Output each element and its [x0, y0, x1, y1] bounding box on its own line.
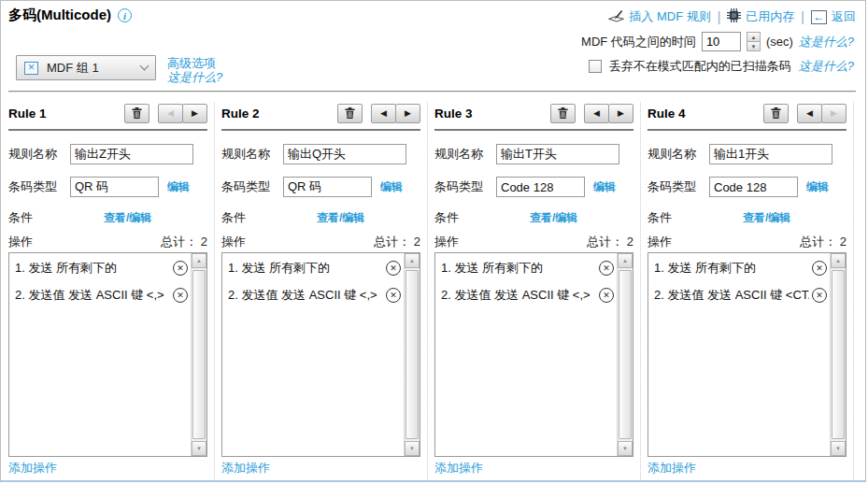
delete-rule-button[interactable] — [550, 104, 576, 123]
operation-item[interactable]: 2. 发送值 发送 ASCII 键 <,> ✕ — [15, 287, 188, 304]
operation-text: 2. 发送值 发送 ASCII 键 <,> — [228, 287, 383, 304]
remove-operation-icon[interactable]: ✕ — [386, 261, 401, 276]
add-operation-link[interactable]: 添加操作 — [647, 460, 696, 477]
code-type-input[interactable] — [709, 177, 798, 197]
delete-rule-button[interactable] — [763, 104, 789, 123]
scrollbar-thumb[interactable] — [832, 270, 845, 439]
remove-operation-icon[interactable]: ✕ — [599, 288, 614, 303]
remove-operation-icon[interactable]: ✕ — [173, 288, 188, 303]
scroll-down-icon[interactable]: ▼ — [192, 441, 206, 456]
operation-item[interactable]: 1. 发送 所有剩下的 ✕ — [228, 260, 401, 277]
group-help-link[interactable]: 这是什么? — [167, 70, 222, 84]
rule-divider — [434, 129, 633, 131]
scroll-up-icon[interactable]: ▲ — [405, 253, 420, 268]
time-help-link[interactable]: 这是什么? — [799, 34, 854, 50]
scrollbar[interactable]: ▲ ▼ — [617, 253, 633, 456]
rule-name-input[interactable] — [70, 144, 193, 164]
chevron-down-icon — [140, 62, 149, 71]
move-rule-right-button[interactable]: ▶ — [395, 104, 420, 123]
move-rule-left-button[interactable]: ◀ — [797, 104, 822, 123]
add-operation-link[interactable]: 添加操作 — [8, 460, 57, 477]
operation-label: 操作 — [647, 234, 672, 250]
rule-name-input[interactable] — [283, 144, 406, 164]
view-edit-condition-link[interactable]: 查看/编辑 — [530, 210, 577, 226]
scrollbar[interactable]: ▲ ▼ — [191, 253, 206, 456]
operation-text: 1. 发送 所有剩下的 — [441, 260, 596, 277]
back-arrow-icon: ← — [811, 10, 827, 24]
remove-operation-icon[interactable]: ✕ — [599, 261, 614, 276]
arrow-right-icon: ▶ — [831, 109, 837, 118]
scroll-down-icon[interactable]: ▼ — [831, 441, 846, 456]
add-operation-link[interactable]: 添加操作 — [221, 460, 270, 477]
operation-item[interactable]: 2. 发送值 发送 ASCII 键 <,> ✕ — [441, 287, 614, 304]
operation-list: 1. 发送 所有剩下的 ✕ 2. 发送值 发送 ASCII 键 <,> ✕ ▲ … — [221, 252, 420, 457]
discard-checkbox[interactable] — [589, 60, 602, 73]
operation-total: 总计： 2 — [800, 234, 847, 250]
scrollbar-thumb[interactable] — [406, 270, 419, 439]
time-between-codes-input[interactable] — [702, 32, 741, 51]
rule-name-input[interactable] — [496, 144, 619, 164]
code-type-input[interactable] — [283, 177, 372, 197]
edit-code-type-link[interactable]: 编辑 — [380, 179, 403, 195]
operation-label: 操作 — [221, 234, 246, 250]
operation-item[interactable]: 1. 发送 所有剩下的 ✕ — [654, 260, 827, 277]
edit-code-type-link[interactable]: 编辑 — [806, 179, 829, 195]
rule-name-input[interactable] — [709, 144, 832, 164]
arrow-left-icon: ◀ — [806, 109, 813, 118]
edit-code-type-link[interactable]: 编辑 — [593, 179, 616, 195]
delete-rule-button[interactable] — [124, 104, 149, 123]
insert-mdf-rule-link[interactable]: 插入 MDF 规则 — [608, 8, 710, 25]
scroll-up-icon[interactable]: ▲ — [618, 253, 633, 268]
remove-operation-icon[interactable]: ✕ — [173, 261, 188, 276]
time-unit-label: (sec) — [766, 35, 793, 49]
rules-area: Rule 1 ◀ ▶ 规则名称 条码类型 编辑 条件 查看/编辑 — [1, 93, 865, 482]
view-edit-condition-link[interactable]: 查看/编辑 — [104, 210, 151, 226]
mdf-group-select[interactable]: ✕ MDF 组 1 — [16, 55, 156, 80]
scrollbar-thumb[interactable] — [619, 270, 632, 439]
move-rule-right-button[interactable]: ▶ — [608, 104, 633, 123]
rule-column-2: Rule 2 ◀ ▶ 规则名称 条码类型 编辑 条件 查看/编辑 — [221, 102, 428, 482]
edit-code-type-link[interactable]: 编辑 — [167, 179, 190, 195]
scroll-down-icon[interactable]: ▼ — [618, 441, 633, 456]
scroll-up-icon[interactable]: ▲ — [192, 253, 206, 268]
view-edit-condition-link[interactable]: 查看/编辑 — [317, 210, 364, 226]
move-rule-left-button[interactable]: ◀ — [158, 104, 183, 123]
operation-item[interactable]: 2. 发送值 发送 ASCII 键 <,> ✕ — [228, 287, 401, 304]
code-type-input[interactable] — [496, 177, 585, 197]
scrollbar-thumb[interactable] — [192, 270, 206, 439]
advanced-options-link[interactable]: 高级选项 — [167, 56, 222, 70]
time-stepper[interactable]: ▲ ▼ — [747, 32, 761, 51]
remove-operation-icon[interactable]: ✕ — [812, 261, 827, 276]
stepper-down-icon[interactable]: ▼ — [747, 41, 761, 51]
double-click-hint: 双击上述操作中的一个来进行编辑 — [434, 478, 633, 482]
remove-operation-icon[interactable]: ✕ — [812, 288, 827, 303]
code-type-input[interactable] — [70, 177, 159, 197]
move-rule-right-button[interactable]: ▶ — [182, 104, 207, 123]
remove-operation-icon[interactable]: ✕ — [386, 288, 401, 303]
scroll-down-icon[interactable]: ▼ — [405, 441, 420, 456]
delete-rule-button[interactable] — [337, 104, 363, 123]
discard-help-link[interactable]: 这是什么? — [799, 58, 854, 75]
operation-text: 2. 发送值 发送 ASCII 键 <CT... — [654, 287, 809, 304]
info-icon[interactable]: i — [118, 8, 132, 22]
memory-chip-icon — [727, 8, 741, 25]
back-link[interactable]: ← 返回 — [811, 8, 856, 25]
operation-item[interactable]: 2. 发送值 发送 ASCII 键 <CT... ✕ — [654, 287, 827, 304]
memory-used-link[interactable]: 已用内存 — [727, 8, 794, 25]
move-rule-left-button[interactable]: ◀ — [371, 104, 396, 123]
rule-title: Rule 4 — [647, 107, 686, 121]
scrollbar[interactable]: ▲ ▼ — [830, 253, 846, 456]
operation-text: 2. 发送值 发送 ASCII 键 <,> — [15, 287, 170, 304]
move-rule-right-button[interactable]: ▶ — [821, 104, 847, 123]
operation-item[interactable]: 1. 发送 所有剩下的 ✕ — [15, 260, 188, 277]
condition-label: 条件 — [221, 209, 283, 226]
scroll-up-icon[interactable]: ▲ — [831, 253, 846, 268]
view-edit-condition-link[interactable]: 查看/编辑 — [743, 210, 790, 226]
add-operation-link[interactable]: 添加操作 — [434, 460, 483, 477]
move-rule-left-button[interactable]: ◀ — [584, 104, 609, 123]
rule-title: Rule 3 — [434, 107, 473, 121]
operation-item[interactable]: 1. 发送 所有剩下的 ✕ — [441, 260, 614, 277]
scrollbar[interactable]: ▲ ▼ — [404, 253, 420, 456]
condition-label: 条件 — [8, 209, 70, 226]
operation-total: 总计： 2 — [161, 234, 207, 250]
